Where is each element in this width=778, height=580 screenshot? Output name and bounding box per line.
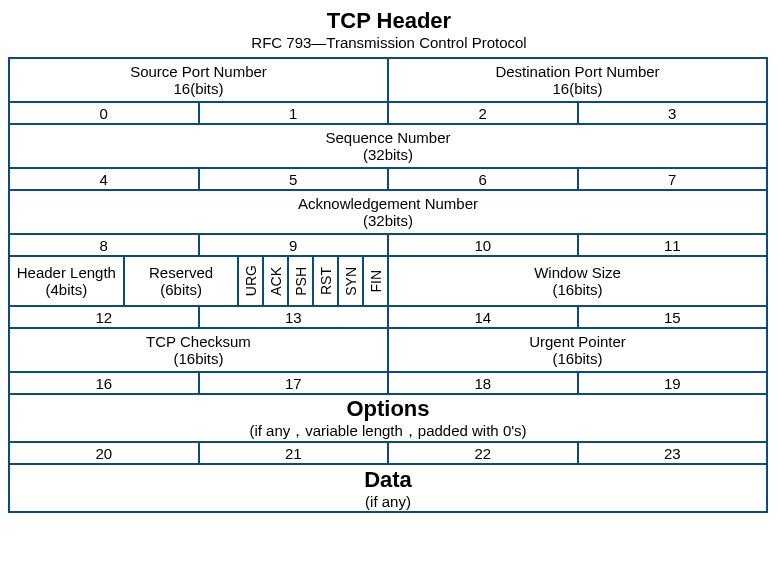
- bits: 16(bits): [173, 80, 223, 97]
- flag-ack: ACK: [264, 257, 289, 307]
- byte-offset: 9: [200, 235, 390, 257]
- flag-syn: SYN: [339, 257, 364, 307]
- label: SYN: [343, 267, 359, 296]
- byte-offset: 21: [200, 443, 390, 465]
- field-data: Data (if any): [10, 465, 768, 513]
- bits: (16bits): [552, 350, 602, 367]
- bits: 16(bits): [552, 80, 602, 97]
- byte-offset: 0: [10, 103, 200, 125]
- label: URG: [243, 265, 259, 296]
- bits: (32bits): [363, 212, 413, 229]
- tcp-header-diagram: Source Port Number 16(bits) Destination …: [8, 57, 768, 513]
- label: TCP Checksum: [146, 333, 251, 350]
- byte-offset: 18: [389, 373, 579, 395]
- field-window-size: Window Size (16bits): [389, 257, 768, 307]
- label: Reserved: [149, 264, 213, 281]
- label: ACK: [268, 267, 284, 296]
- byte-offset: 12: [10, 307, 200, 329]
- note: (if any，variable length，padded with 0's): [249, 422, 526, 441]
- flag-fin: FIN: [364, 257, 389, 307]
- flag-rst: RST: [314, 257, 339, 307]
- label: Data: [364, 467, 412, 493]
- label: Destination Port Number: [495, 63, 659, 80]
- label: Options: [346, 396, 429, 422]
- flag-psh: PSH: [289, 257, 314, 307]
- field-header-length: Header Length (4bits): [10, 257, 125, 307]
- label: FIN: [368, 270, 384, 293]
- bits: (16bits): [173, 350, 223, 367]
- bits: (16bits): [553, 281, 603, 298]
- byte-offset: 5: [200, 169, 390, 191]
- byte-offset: 23: [579, 443, 769, 465]
- byte-offset: 13: [200, 307, 390, 329]
- byte-offset: 22: [389, 443, 579, 465]
- label: RST: [318, 267, 334, 295]
- byte-offset: 15: [579, 307, 769, 329]
- byte-offset: 11: [579, 235, 769, 257]
- bits: (4bits): [46, 281, 88, 298]
- label: Source Port Number: [130, 63, 267, 80]
- bits: (32bits): [363, 146, 413, 163]
- byte-offset: 17: [200, 373, 390, 395]
- byte-offset: 1: [200, 103, 390, 125]
- label: Sequence Number: [325, 129, 450, 146]
- field-sequence-number: Sequence Number (32bits): [10, 125, 768, 169]
- byte-offset: 10: [389, 235, 579, 257]
- byte-offset: 6: [389, 169, 579, 191]
- field-ack-number: Acknowledgement Number (32bits): [10, 191, 768, 235]
- label: PSH: [293, 267, 309, 296]
- byte-offset: 16: [10, 373, 200, 395]
- note: (if any): [365, 493, 411, 510]
- page-subtitle: RFC 793—Transmission Control Protocol: [8, 34, 770, 51]
- label: Header Length: [17, 264, 116, 281]
- label: Urgent Pointer: [529, 333, 626, 350]
- field-checksum: TCP Checksum (16bits): [10, 329, 389, 373]
- byte-offset: 20: [10, 443, 200, 465]
- bits: (6bits): [160, 281, 202, 298]
- label: Window Size: [534, 264, 621, 281]
- byte-offset: 8: [10, 235, 200, 257]
- field-urgent-pointer: Urgent Pointer (16bits): [389, 329, 768, 373]
- byte-offset: 3: [579, 103, 769, 125]
- byte-offset: 7: [579, 169, 769, 191]
- byte-offset: 2: [389, 103, 579, 125]
- byte-offset: 4: [10, 169, 200, 191]
- field-source-port: Source Port Number 16(bits): [10, 59, 389, 103]
- label: Acknowledgement Number: [298, 195, 478, 212]
- page-title: TCP Header: [8, 8, 770, 34]
- flag-urg: URG: [239, 257, 264, 307]
- byte-offset: 14: [389, 307, 579, 329]
- field-options: Options (if any，variable length，padded w…: [10, 395, 768, 443]
- byte-offset: 19: [579, 373, 769, 395]
- field-dest-port: Destination Port Number 16(bits): [389, 59, 768, 103]
- field-reserved: Reserved (6bits): [125, 257, 240, 307]
